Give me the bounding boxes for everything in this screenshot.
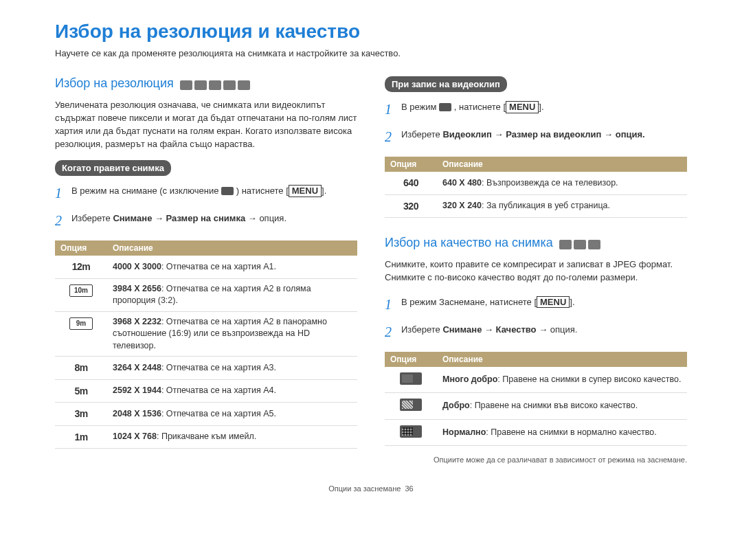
text: В режим (401, 102, 439, 112)
resolution-desc: : Отпечатва се на хартия A4. (161, 385, 276, 395)
quality-label: Добро (442, 401, 470, 410)
resolution-desc: : Прикачване към имейл. (157, 432, 256, 441)
table-row: Нормално: Правене на снимки в нормално к… (385, 419, 687, 446)
quality-desc: : Правене на снимки във високо качество. (470, 401, 638, 410)
table-row: 10m 3984 X 2656: Отпечатва се на хартия … (55, 278, 357, 311)
left-resolution-table: Опция Описание 12m 4000 X 3000: Отпечатв… (55, 240, 357, 449)
left-step-1: 1 В режим на снимане (с изключение ) нат… (55, 183, 357, 203)
right-bottom-desc: Снимките, които правите се компресират и… (385, 258, 687, 284)
text: В режим Заснемане, натиснете (401, 297, 534, 307)
mode-icon (559, 240, 572, 249)
quality-desc: : Правене на снимки в супер високо качес… (497, 374, 681, 384)
table-row: 320 320 X 240: За публикация в уеб стран… (385, 194, 687, 218)
menu-button-label: MENU (537, 296, 570, 309)
quality-icon (400, 372, 422, 385)
left-desc: Увеличената резолюция означава, че снимк… (55, 99, 357, 150)
th-description: Описание (107, 240, 357, 256)
text: . (572, 297, 575, 307)
mode-icon (194, 80, 207, 90)
video-size-value: 640 X 480 (442, 178, 482, 188)
resolution-icon: 5m (70, 385, 92, 396)
resolution-icon: 10m (69, 284, 93, 297)
right-bottom-step-1: 1 В режим Заснемане, натиснете [MENU]. (385, 294, 687, 315)
left-subhead: Когато правите снимка (55, 160, 171, 176)
step-number: 2 (55, 210, 71, 231)
right-column: При запис на видеоклип 1 В режим , натис… (385, 76, 687, 464)
table-row: 9m 3968 X 2232: Отпечатва се на хартия A… (55, 311, 357, 357)
table-row: 640 640 X 480: Възпроизвежда се на телев… (385, 172, 687, 194)
resolution-icon: 8m (70, 362, 92, 373)
th-description: Описание (437, 157, 687, 172)
text: Изберете (401, 324, 442, 335)
video-size-desc: : Възпроизвежда се на телевизор. (482, 178, 618, 188)
table-row: 1m 1024 X 768: Прикачване към имейл. (55, 425, 357, 449)
resolution-value: 3968 X 2232 (113, 317, 161, 326)
text: . (324, 186, 327, 196)
left-mode-icons (180, 80, 250, 90)
menu-button-label: MENU (506, 101, 539, 113)
text: В режим на снимане (с изключение (71, 186, 221, 196)
table-row: 5m 2592 X 1944: Отпечатва се на хартия A… (55, 379, 357, 403)
movie-mode-icon (221, 187, 234, 195)
resolution-icon: 9m (69, 317, 93, 330)
footer-page: 36 (405, 484, 413, 493)
resolution-value: 3984 X 2656 (113, 284, 161, 293)
resolution-icon: 3m (70, 408, 92, 419)
page-intro: Научете се как да променяте резолюцията … (55, 48, 687, 58)
quality-icon (400, 425, 422, 438)
resolution-value: 1024 X 768 (113, 432, 157, 441)
menu-button-label: MENU (289, 185, 322, 197)
resolution-value: 3264 X 2448 (113, 363, 161, 372)
left-column: Избор на резолюция Увеличената резолюция… (55, 76, 357, 464)
video-size-icon: 640 (400, 177, 422, 188)
text: опция. (616, 129, 645, 139)
left-heading: Избор на резолюция (55, 76, 174, 91)
path: Снимане → Размер на снимка → (113, 213, 256, 223)
right-top-step-2: 2 Изберете Видеоклип → Размер на видеокл… (385, 126, 687, 147)
right-bottom-step-2: 2 Изберете Снимане → Качество → опция. (385, 322, 687, 342)
right-top-subhead: При запис на видеоклип (385, 76, 507, 92)
table-row: 8m 3264 X 2448: Отпечатва се на хартия A… (55, 357, 357, 380)
resolution-value: 2592 X 1944 (113, 385, 161, 395)
footer-section: Опции за заснемане (328, 484, 401, 493)
step-number: 1 (385, 294, 401, 315)
step-number: 1 (385, 99, 401, 120)
step-number: 2 (385, 322, 401, 342)
quality-icon (400, 399, 422, 411)
text: ) натиснете (236, 186, 286, 196)
quality-table: Опция Описание Много добро: Правене на с… (385, 352, 687, 447)
resolution-value: 4000 X 3000 (113, 262, 161, 271)
resolution-desc: : Отпечатва се на хартия A5. (161, 409, 276, 418)
page-title: Избор на резолюция и качество (55, 21, 687, 43)
text: . (541, 102, 544, 112)
th-option: Опция (385, 352, 437, 367)
text: , натиснете (454, 102, 504, 112)
text: Изберете (401, 129, 442, 139)
table-row: Добро: Правене на снимки във високо каче… (385, 393, 687, 420)
quality-desc: : Правене на снимки в нормално качество. (486, 427, 656, 437)
mode-icon (209, 80, 221, 90)
mode-icon (588, 240, 600, 249)
left-step-2: 2 Изберете Снимане → Размер на снимка → … (55, 210, 357, 231)
video-size-icon: 320 (400, 201, 422, 212)
resolution-icon: 12m (70, 261, 92, 272)
video-resolution-table: Опция Описание 640 640 X 480: Възпроизве… (385, 157, 687, 218)
text: опция. (259, 213, 286, 223)
right-bottom-heading: Избор на качество на снимка (385, 236, 553, 250)
step-number: 1 (55, 183, 71, 203)
mode-icon (574, 240, 586, 249)
resolution-icon: 1m (70, 432, 92, 443)
right-bottom-mode-icons (559, 240, 600, 249)
quality-label: Нормално (442, 427, 486, 437)
mode-icon (238, 80, 250, 90)
th-option: Опция (55, 240, 107, 256)
th-option: Опция (385, 157, 437, 172)
mode-icon (180, 80, 192, 90)
resolution-desc: : Отпечатва се на хартия A3. (161, 363, 276, 372)
resolution-value: 2048 X 1536 (113, 409, 161, 418)
table-row: 3m 2048 X 1536: Отпечатва се на хартия A… (55, 403, 357, 426)
text: опция. (550, 324, 578, 335)
path: Видеоклип → Размер на видеоклип → (442, 129, 613, 139)
video-size-value: 320 X 240 (442, 201, 482, 210)
page-footer: Опции за заснемане 36 (55, 484, 687, 493)
